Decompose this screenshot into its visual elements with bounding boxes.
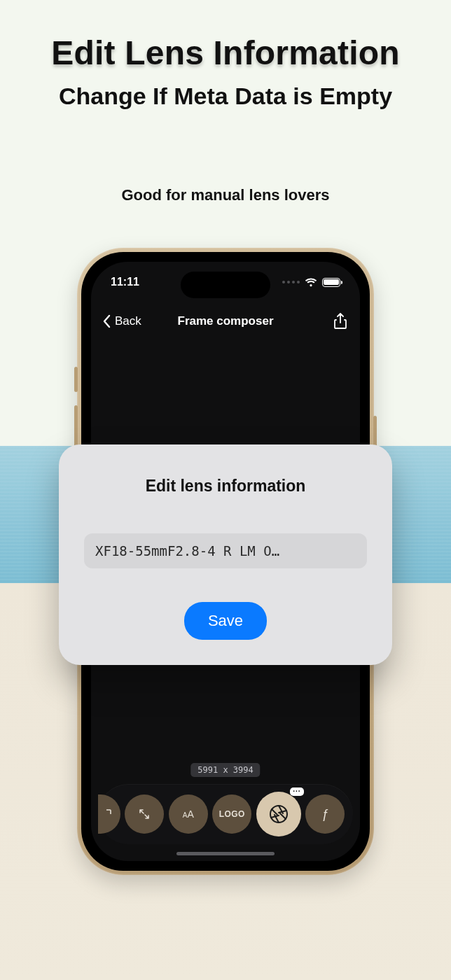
tool-crop-partial[interactable] — [98, 794, 120, 834]
dimensions-badge: 5991 x 3994 — [190, 763, 260, 777]
phone-mute-switch — [74, 367, 78, 392]
sheet-title: Edit lens information — [146, 477, 306, 496]
function-label: ƒ — [321, 807, 328, 822]
bracket-icon — [101, 808, 112, 820]
chevron-left-icon — [102, 314, 111, 328]
nav-bar: Back Frame composer — [91, 304, 360, 339]
tool-logo[interactable]: LOGO — [212, 794, 251, 834]
font-size-icon: AA — [183, 808, 194, 820]
svg-point-0 — [270, 806, 287, 822]
marketing-tagline: Good for manual lens lovers — [0, 186, 451, 204]
home-indicator — [176, 852, 275, 855]
logo-label: LOGO — [219, 809, 245, 819]
aperture-icon — [268, 804, 289, 825]
tool-resize[interactable] — [125, 794, 164, 834]
expand-arrows-icon — [137, 807, 151, 821]
status-time: 11:11 — [111, 276, 139, 288]
cellular-dots-icon — [282, 281, 300, 284]
back-label: Back — [115, 314, 141, 328]
marketing-subhead: Change If Meta Data is Empty — [0, 83, 451, 110]
back-button[interactable]: Back — [102, 314, 141, 328]
battery-icon — [322, 278, 340, 287]
bottom-toolbar: AA LOGO ··· ƒ — [98, 784, 353, 844]
tool-badge: ··· — [290, 788, 303, 796]
tool-function[interactable]: ƒ — [305, 794, 345, 834]
save-button[interactable]: Save — [184, 602, 267, 640]
share-icon — [333, 313, 347, 330]
tool-font[interactable]: AA — [169, 794, 208, 834]
wifi-icon — [305, 278, 317, 287]
lens-input[interactable]: XF18-55mmF2.8-4 R LM O… — [84, 533, 367, 568]
edit-lens-sheet: Edit lens information XF18-55mmF2.8-4 R … — [59, 444, 392, 665]
tool-aperture-active[interactable]: ··· — [256, 792, 301, 836]
dynamic-island — [181, 272, 270, 298]
marketing-headline: Edit Lens Information — [0, 34, 451, 72]
share-button[interactable] — [329, 310, 352, 332]
